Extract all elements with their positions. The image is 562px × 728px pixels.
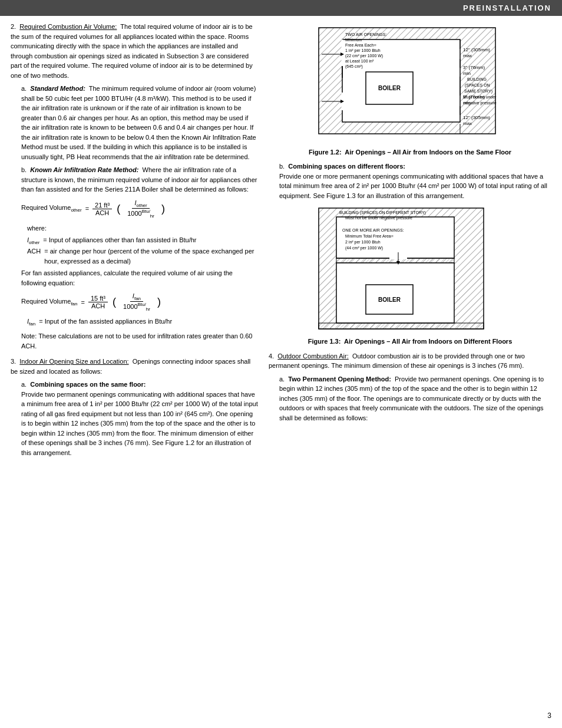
figure-1-2-container: BOILER 12" (305mm) max 3" (76mm) min 3" … bbox=[269, 22, 551, 157]
section-2a: a. Standard Method: The minimum required… bbox=[21, 84, 258, 162]
formula-1: Required Volumeother = 21 ft³ ACH ( Ioth… bbox=[21, 199, 258, 219]
page-number: 3 bbox=[547, 711, 551, 720]
svg-text:Must not be under: Must not be under bbox=[463, 95, 497, 99]
svg-rect-51 bbox=[319, 323, 484, 329]
figure-1-2-caption: Figure 1.2: Air Openings – All Air from … bbox=[269, 148, 551, 157]
svg-text:BOILER: BOILER bbox=[378, 297, 401, 303]
svg-text:negative pressure: negative pressure bbox=[464, 101, 497, 106]
svg-text:12" (305mm): 12" (305mm) bbox=[463, 115, 490, 120]
figure-1-3-caption: Figure 1.3: Air Openings – All Air from … bbox=[269, 337, 551, 346]
svg-text:BUILDING: BUILDING bbox=[467, 77, 487, 81]
svg-text:SAME STORY): SAME STORY) bbox=[464, 89, 492, 94]
svg-text:12" (305mm): 12" (305mm) bbox=[463, 47, 490, 52]
svg-text:(SPACES ON: (SPACES ON bbox=[465, 83, 490, 88]
left-column: 2. Required Combustion Air Volume: The t… bbox=[11, 22, 258, 463]
svg-text:1 in² per 1000 Btuh: 1 in² per 1000 Btuh bbox=[345, 48, 381, 53]
section-3b: b. Combining spaces on different floors:… bbox=[279, 162, 551, 200]
section-3: 3. Indoor Air Opening Size and Location:… bbox=[11, 357, 258, 457]
svg-text:3" (76mm): 3" (76mm) bbox=[463, 65, 485, 70]
svg-text:min: min bbox=[463, 71, 471, 76]
right-column: BOILER 12" (305mm) max 3" (76mm) min 3" … bbox=[269, 22, 551, 463]
svg-text:2 in² per 1000 Btuh: 2 in² per 1000 Btuh bbox=[345, 240, 381, 245]
svg-text:Minimum Total Free Area=: Minimum Total Free Area= bbox=[345, 234, 394, 238]
formula-2: Required Volumefan = 15 ft³ ACH ( Ifan 1… bbox=[21, 292, 258, 312]
svg-text:BUILDING (SPACES ON DIFFERENT : BUILDING (SPACES ON DIFFERENT STORY) bbox=[339, 210, 426, 215]
section-2-intro: 2. Required Combustion Air Volume: The t… bbox=[11, 22, 258, 80]
figure-1-2-svg: BOILER 12" (305mm) max 3" (76mm) min 3" … bbox=[313, 22, 507, 146]
svg-text:(645 cm²): (645 cm²) bbox=[345, 64, 363, 69]
svg-text:max: max bbox=[463, 53, 472, 58]
svg-text:Free Area Each=: Free Area Each= bbox=[345, 43, 376, 47]
section-2: 2. Required Combustion Air Volume: The t… bbox=[11, 22, 258, 351]
figure-1-3-container: BOILER BUILDING (SPACES ON DIFFERENT STO… bbox=[269, 205, 551, 346]
section-4a: a. Two Permanent Opening Method: Provide… bbox=[279, 374, 551, 423]
svg-text:ONE OR MORE AIR OPENINGS:: ONE OR MORE AIR OPENINGS: bbox=[342, 228, 404, 232]
figure-1-3-svg: BOILER BUILDING (SPACES ON DIFFERENT STO… bbox=[313, 205, 507, 335]
svg-text:(44 cm² per 1000 W): (44 cm² per 1000 W) bbox=[345, 246, 383, 251]
section-2b: b. Known Air Infiltration Rate Method: W… bbox=[21, 165, 258, 351]
svg-text:max: max bbox=[463, 121, 472, 126]
svg-text:TWO AIR OPENINGS:: TWO AIR OPENINGS: bbox=[345, 32, 386, 37]
section-3a: a. Combining spaces on the same floor: P… bbox=[21, 380, 258, 457]
svg-text:Must not be under negative pre: Must not be under negative pressure bbox=[345, 216, 412, 220]
section-4: 4. Outdoor Combustion Air: Outdoor combu… bbox=[269, 351, 551, 423]
header-title: PREINSTALLATION bbox=[463, 4, 551, 12]
ifan-block: Ifan = Input of the fan assisted applian… bbox=[27, 317, 258, 328]
svg-text:(22 cm² per 1000 W): (22 cm² per 1000 W) bbox=[345, 54, 383, 58]
svg-text:at Least 100 in²: at Least 100 in² bbox=[345, 59, 374, 63]
where-block-1: where: Iother = Input of appliances othe… bbox=[27, 223, 258, 266]
page-header: PREINSTALLATION bbox=[0, 0, 562, 16]
svg-text:Minimum: Minimum bbox=[345, 38, 362, 42]
svg-text:BOILER: BOILER bbox=[378, 85, 401, 91]
